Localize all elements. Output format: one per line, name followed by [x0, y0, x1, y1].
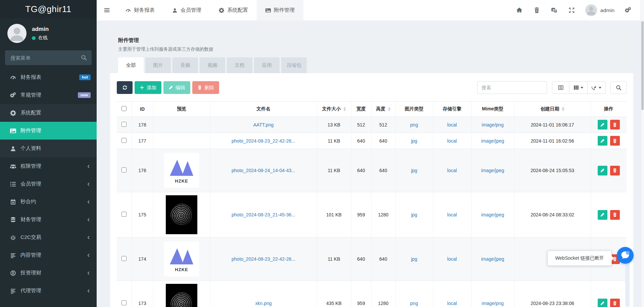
filter-tab-application[interactable]: 应用: [254, 57, 280, 73]
row-checkbox[interactable]: [121, 212, 127, 217]
filename-link[interactable]: AATT.png: [253, 122, 274, 127]
row-delete-button[interactable]: [610, 166, 620, 175]
edit-button[interactable]: 编辑: [163, 81, 190, 94]
delete-button[interactable]: 删除: [192, 81, 219, 94]
sidebar-item-finance-report[interactable]: 财务报表hot: [0, 68, 97, 86]
col-createdate[interactable]: 创建日期: [514, 102, 591, 117]
toggle-view-button[interactable]: [552, 81, 569, 94]
tab-finance-report[interactable]: 财务报表: [117, 0, 163, 20]
tab-member-manage[interactable]: 会员管理: [163, 0, 210, 20]
row-edit-button[interactable]: [598, 210, 607, 220]
columns-dropdown-button[interactable]: [569, 81, 588, 94]
mimetype-link[interactable]: image/jpeg: [481, 256, 504, 262]
filter-tab-archive[interactable]: 压缩包: [281, 57, 307, 73]
imagetype-link[interactable]: png: [410, 122, 418, 127]
home-button[interactable]: [511, 0, 528, 20]
refresh-button[interactable]: [117, 81, 133, 94]
filename-link[interactable]: xkn.png: [255, 301, 271, 306]
col-filename[interactable]: 文件名: [210, 102, 317, 117]
mimetype-link[interactable]: image/jpeg: [481, 212, 504, 217]
app-logo[interactable]: TG@ghir11: [0, 0, 97, 18]
row-checkbox[interactable]: [121, 167, 127, 172]
imagetype-link[interactable]: jpg: [411, 168, 417, 173]
sidebar-toggle-button[interactable]: [97, 0, 117, 20]
col-imagetype[interactable]: 图片类型: [395, 102, 433, 117]
sidebar-item-general-manage[interactable]: 常规管理new: [0, 86, 97, 104]
sort-icon[interactable]: [388, 107, 391, 111]
table-search-input[interactable]: [477, 81, 547, 94]
filename-link[interactable]: photo_2024-08-23_21-45-36...: [232, 212, 295, 217]
page-scrollbar[interactable]: [641, 0, 644, 307]
row-edit-button[interactable]: [598, 166, 607, 175]
language-button[interactable]: [546, 0, 563, 20]
sidebar-item-auth-manage[interactable]: 权限管理: [0, 157, 97, 175]
sidebar-item-investment[interactable]: 投资理财: [0, 264, 97, 282]
tab-system-config[interactable]: 系统配置: [210, 0, 257, 20]
col-engine[interactable]: 存储引擎: [433, 102, 471, 117]
preview-thumbnail[interactable]: HZKE: [164, 153, 199, 188]
add-button[interactable]: 添加: [135, 81, 161, 94]
filter-tab-all[interactable]: 全部: [118, 57, 144, 73]
sidebar-item-profile[interactable]: 个人资料: [0, 140, 97, 157]
imagetype-link[interactable]: jpg: [411, 212, 417, 217]
row-checkbox[interactable]: [121, 256, 127, 261]
imagetype-link[interactable]: jpg: [411, 138, 417, 144]
imagetype-link[interactable]: png: [410, 301, 418, 306]
row-delete-button[interactable]: [610, 299, 620, 307]
col-id[interactable]: ID: [132, 102, 153, 117]
filter-tab-document[interactable]: 文档: [227, 57, 252, 73]
row-checkbox[interactable]: [121, 300, 127, 305]
col-filesize[interactable]: 文件大小: [317, 102, 351, 117]
sidebar-item-agent-manage[interactable]: 代理管理: [0, 282, 97, 300]
chat-button[interactable]: [617, 247, 634, 264]
select-all-checkbox[interactable]: [121, 106, 127, 111]
row-delete-button[interactable]: [610, 136, 620, 146]
row-delete-button[interactable]: [610, 120, 620, 130]
sort-icon[interactable]: [562, 107, 564, 111]
sidebar-item-finance-manage[interactable]: 财务管理: [0, 211, 97, 228]
imagetype-link[interactable]: jpg: [411, 256, 417, 262]
filename-link[interactable]: photo_2024-08-23_22-42-26...: [232, 138, 295, 144]
user-menu[interactable]: admin: [581, 4, 619, 16]
row-edit-button[interactable]: [598, 136, 607, 146]
search-icon[interactable]: [81, 55, 87, 61]
row-checkbox[interactable]: [121, 122, 127, 127]
filename-link[interactable]: photo_2024-08-24_14-04-43...: [232, 168, 295, 173]
sort-icon[interactable]: [343, 107, 346, 111]
mimetype-link[interactable]: image/jpeg: [481, 168, 504, 173]
engine-link[interactable]: local: [447, 256, 457, 262]
col-width[interactable]: 宽度: [351, 102, 371, 117]
row-delete-button[interactable]: [610, 210, 620, 220]
settings-button[interactable]: [619, 0, 637, 20]
sidebar-item-attachment-manage[interactable]: 附件管理: [0, 122, 97, 140]
filter-tab-audio[interactable]: 音频: [172, 57, 198, 73]
mimetype-link[interactable]: image/jpeg: [481, 138, 504, 144]
sidebar-item-c2c-trade[interactable]: C2C交易: [0, 228, 97, 246]
advanced-search-button[interactable]: [610, 81, 627, 94]
tab-attachment-manage[interactable]: 附件管理: [257, 0, 303, 20]
filename-link[interactable]: photo_2024-08-23_22-42-26...: [232, 256, 295, 262]
engine-link[interactable]: local: [447, 138, 457, 144]
engine-link[interactable]: local: [447, 168, 457, 173]
clear-cache-button[interactable]: [528, 0, 546, 20]
sidebar-item-member-manage[interactable]: 会员管理: [0, 175, 97, 193]
filter-tab-video[interactable]: 视频: [200, 57, 225, 73]
row-edit-button[interactable]: [598, 120, 607, 130]
fullscreen-button[interactable]: [563, 0, 581, 20]
preview-thumbnail[interactable]: HZKE: [164, 242, 199, 276]
row-edit-button[interactable]: [598, 299, 607, 307]
sidebar-item-system-config[interactable]: 系统配置: [0, 104, 97, 122]
preview-thumbnail[interactable]: [166, 284, 197, 307]
scrollbar-thumb[interactable]: [641, 21, 644, 110]
engine-link[interactable]: local: [447, 122, 457, 127]
engine-link[interactable]: local: [447, 212, 457, 217]
engine-link[interactable]: local: [447, 301, 457, 306]
mimetype-link[interactable]: image/png: [482, 122, 503, 127]
col-mimetype[interactable]: Mime类型: [471, 102, 514, 117]
col-height[interactable]: 高度: [371, 102, 395, 117]
row-checkbox[interactable]: [121, 138, 127, 143]
filter-tab-image[interactable]: 图片: [145, 57, 171, 73]
preview-thumbnail[interactable]: [166, 195, 197, 234]
mimetype-link[interactable]: image/png: [482, 301, 503, 306]
export-dropdown-button[interactable]: [587, 81, 606, 94]
